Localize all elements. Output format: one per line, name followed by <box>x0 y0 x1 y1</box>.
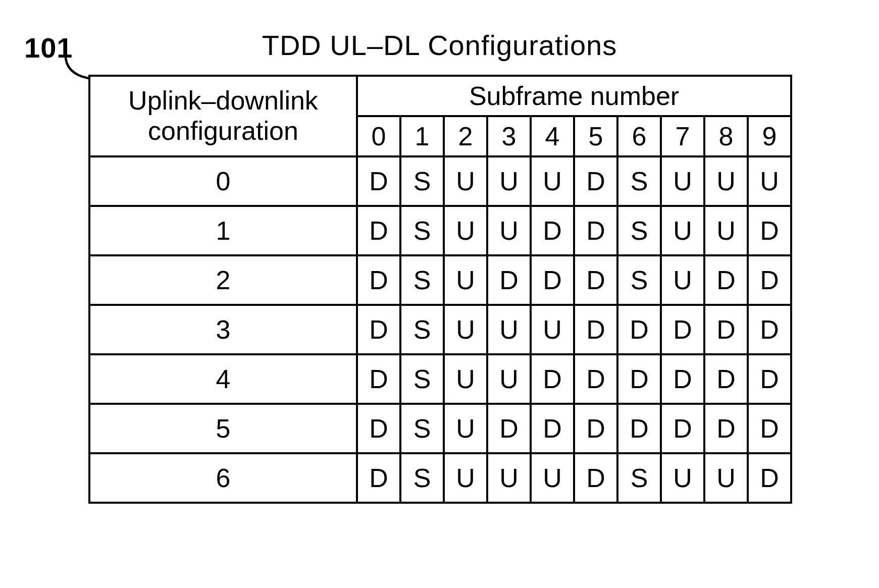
table-row: 3 D S U U U D D D D D <box>89 305 791 354</box>
cell: U <box>444 404 487 453</box>
table-body: 0 D S U U U D S U U U 1 D S U U <box>89 156 791 503</box>
cell: U <box>531 156 574 206</box>
cell: S <box>400 156 444 206</box>
cell: S <box>617 206 661 255</box>
cell: U <box>444 206 487 255</box>
table-head: Uplink–downlink configuration Subframe n… <box>89 76 791 156</box>
cell: U <box>704 453 748 503</box>
cell: U <box>661 206 704 255</box>
tdd-config-table: Uplink–downlink configuration Subframe n… <box>88 75 792 504</box>
cell: S <box>400 354 444 404</box>
cell: U <box>661 156 704 206</box>
col-num: 7 <box>661 116 704 156</box>
cell: D <box>357 206 400 255</box>
cell: U <box>704 206 748 255</box>
cell: U <box>704 156 748 206</box>
cell: D <box>574 453 617 503</box>
cell: D <box>357 453 400 503</box>
col-num: 3 <box>487 116 531 156</box>
cell: U <box>444 156 487 206</box>
config-header-line2: configuration <box>148 116 298 145</box>
cell: D <box>531 255 574 305</box>
cell: D <box>617 404 661 453</box>
config-id: 1 <box>89 206 357 255</box>
tdd-config-table-wrap: Uplink–downlink configuration Subframe n… <box>88 75 790 504</box>
cell: U <box>444 255 487 305</box>
cell: S <box>400 206 444 255</box>
cell: D <box>748 305 791 354</box>
diagram-canvas: 101 TDD UL–DL Configurations Uplink–down… <box>0 0 879 588</box>
cell: D <box>704 255 748 305</box>
cell: D <box>748 453 791 503</box>
config-id: 4 <box>89 354 357 404</box>
cell: D <box>617 354 661 404</box>
config-header-line1: Uplink–downlink <box>128 86 318 115</box>
cell: D <box>531 404 574 453</box>
col-num: 1 <box>400 116 444 156</box>
cell: D <box>357 255 400 305</box>
cell: U <box>444 354 487 404</box>
cell: U <box>661 453 704 503</box>
table-row: 0 D S U U U D S U U U <box>89 156 791 206</box>
cell: D <box>748 255 791 305</box>
cell: D <box>357 305 400 354</box>
cell: U <box>444 305 487 354</box>
cell: D <box>748 206 791 255</box>
config-id: 0 <box>89 156 357 206</box>
cell: U <box>748 156 791 206</box>
config-id: 5 <box>89 404 357 453</box>
cell: U <box>531 453 574 503</box>
config-header: Uplink–downlink configuration <box>89 76 357 156</box>
config-id: 3 <box>89 305 357 354</box>
cell: D <box>357 354 400 404</box>
cell: D <box>574 156 617 206</box>
cell: D <box>357 156 400 206</box>
cell: S <box>400 255 444 305</box>
cell: S <box>617 255 661 305</box>
cell: D <box>661 354 704 404</box>
cell: D <box>704 354 748 404</box>
cell: U <box>444 453 487 503</box>
cell: S <box>400 453 444 503</box>
table-row: 6 D S U U U D S U U D <box>89 453 791 503</box>
cell: U <box>487 156 531 206</box>
cell: U <box>661 255 704 305</box>
cell: D <box>531 206 574 255</box>
config-id: 6 <box>89 453 357 503</box>
table-row: 4 D S U U D D D D D D <box>89 354 791 404</box>
cell: D <box>661 404 704 453</box>
cell: D <box>357 404 400 453</box>
cell: U <box>487 305 531 354</box>
col-num: 6 <box>617 116 661 156</box>
col-num: 2 <box>444 116 487 156</box>
cell: D <box>531 354 574 404</box>
cell: S <box>400 404 444 453</box>
cell: D <box>574 305 617 354</box>
cell: U <box>487 206 531 255</box>
cell: D <box>487 255 531 305</box>
table-row: 2 D S U D D D S U D D <box>89 255 791 305</box>
cell: S <box>617 453 661 503</box>
cell: D <box>574 255 617 305</box>
cell: D <box>574 404 617 453</box>
cell: D <box>574 354 617 404</box>
cell: D <box>748 354 791 404</box>
cell: U <box>531 305 574 354</box>
figure-title: TDD UL–DL Configurations <box>0 29 879 62</box>
col-num: 9 <box>748 116 791 156</box>
col-num: 4 <box>531 116 574 156</box>
col-num: 0 <box>357 116 400 156</box>
cell: D <box>748 404 791 453</box>
cell: U <box>487 354 531 404</box>
cell: S <box>617 156 661 206</box>
config-id: 2 <box>89 255 357 305</box>
cell: D <box>661 305 704 354</box>
table-row: 1 D S U U D D S U U D <box>89 206 791 255</box>
col-num: 5 <box>574 116 617 156</box>
table-row: 5 D S U D D D D D D D <box>89 404 791 453</box>
cell: U <box>487 453 531 503</box>
cell: S <box>400 305 444 354</box>
cell: D <box>574 206 617 255</box>
cell: D <box>704 404 748 453</box>
cell: D <box>704 305 748 354</box>
